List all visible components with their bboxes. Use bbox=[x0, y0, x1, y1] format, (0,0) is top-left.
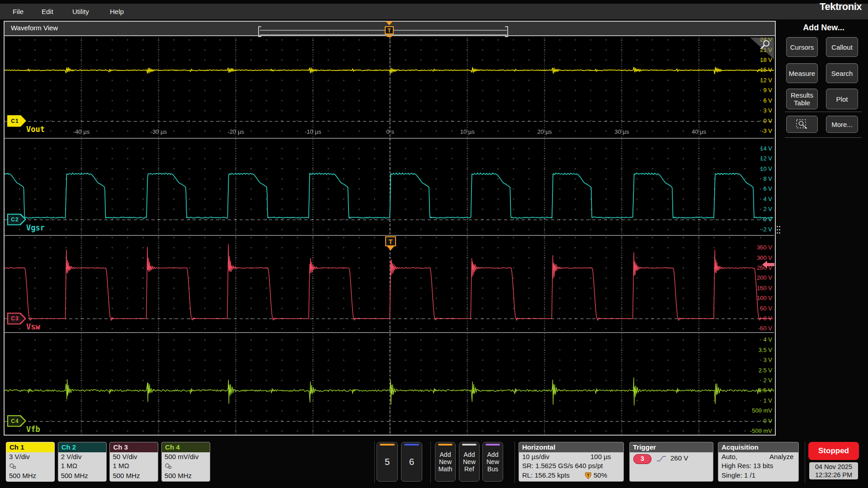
scale-label-ch2: 14 V bbox=[744, 145, 772, 152]
acquisition-title: Acquisition bbox=[718, 442, 798, 452]
more-button[interactable]: More... bbox=[826, 116, 858, 133]
add-button-color-stripe bbox=[462, 444, 476, 446]
acquisition-badge[interactable]: Acquisition Auto, Analyze High Res: 13 b… bbox=[718, 442, 799, 482]
scale-label-ch1: 9 V bbox=[744, 87, 772, 94]
bottombar-separator bbox=[805, 441, 805, 483]
datetime-display: 04 Nov 2025 12:32:26 PM bbox=[809, 462, 858, 479]
channel-card-4[interactable]: Ch 4500 mV/div500 MHz bbox=[161, 442, 210, 482]
channel-bandwidth: 500 MHz bbox=[113, 472, 140, 479]
time-axis-label: 0 s bbox=[386, 128, 394, 135]
channel-button-6[interactable]: 6 bbox=[401, 442, 422, 482]
bottombar-separator bbox=[514, 441, 515, 483]
channel-button-5[interactable]: 5 bbox=[377, 442, 398, 482]
channel-name-vout: Vout bbox=[26, 125, 45, 134]
addnew-button-measure[interactable]: Measure bbox=[786, 63, 818, 83]
scale-label-ch2: 2 V bbox=[744, 206, 772, 212]
time-axis-label: -30 µs bbox=[151, 128, 167, 135]
time-axis-label: 30 µs bbox=[614, 128, 629, 135]
time-axis-label: -20 µs bbox=[227, 128, 244, 135]
scale-label-ch3: 0 V bbox=[744, 315, 772, 322]
acquisition-resolution: High Res: 13 bits bbox=[722, 462, 773, 469]
scale-label-ch3: 300 V bbox=[744, 254, 772, 261]
scale-label-ch1: -3 V bbox=[744, 127, 772, 134]
trace-vout bbox=[5, 67, 774, 74]
addnew-button-plot[interactable]: Plot bbox=[826, 89, 858, 109]
menu-item-edit[interactable]: Edit bbox=[42, 4, 53, 19]
channel-name-vfb: Vfb bbox=[26, 425, 40, 434]
channel-color-stripe bbox=[380, 444, 395, 446]
scale-label-ch4: 1 V bbox=[744, 397, 772, 404]
addnew-button-results-table[interactable]: Results Table bbox=[786, 89, 818, 109]
zoom-select-icon bbox=[795, 118, 809, 130]
scale-label-ch2: 12 V bbox=[744, 155, 772, 162]
horizontal-badge[interactable]: Horizontal 10 µs/div 100 µs SR: 1.5625 G… bbox=[519, 442, 624, 482]
run-stop-status-button[interactable]: Stopped bbox=[808, 442, 859, 460]
add-button-color-stripe bbox=[438, 444, 453, 446]
acquisition-single: Single: 1 /1 bbox=[722, 471, 755, 479]
channel-name-vgsr: Vgsr bbox=[26, 223, 45, 232]
horizontal-position: 50% bbox=[594, 471, 607, 479]
scale-label-ch4: 4 V bbox=[744, 336, 772, 343]
scale-label-ch4: 3.5 V bbox=[744, 347, 772, 353]
channel-card-label: Ch 1 bbox=[6, 442, 54, 452]
scale-label-ch2: 10 V bbox=[744, 165, 772, 172]
menu-item-help[interactable]: Help bbox=[110, 4, 124, 19]
time-axis-label: -10 µs bbox=[305, 128, 321, 135]
scale-label-ch3: -50 V bbox=[744, 325, 772, 332]
channel-bandwidth: 500 MHz bbox=[61, 472, 88, 479]
channel-button-label: 6 bbox=[409, 457, 414, 467]
scale-label-ch1: 6 V bbox=[744, 97, 772, 104]
trigger-position-icon: T bbox=[585, 472, 591, 479]
time-text: 12:32:26 PM bbox=[809, 471, 858, 479]
trigger-badge[interactable]: Trigger 3 260 V bbox=[629, 442, 713, 482]
scale-label-ch2: -2 V bbox=[744, 226, 772, 233]
scale-label-ch3: 100 V bbox=[744, 295, 772, 301]
oscilloscope-screen: Tektronix Waveform View T -40 µs-30 µs-2… bbox=[0, 0, 868, 488]
channel-vdiv: 50 V/div bbox=[113, 453, 137, 460]
acquisition-analyze: Analyze bbox=[769, 453, 793, 460]
horizontal-title: Horizontal bbox=[519, 442, 623, 452]
horizontal-rate: 10 µs/div bbox=[522, 453, 549, 460]
zoom-select-button[interactable] bbox=[786, 116, 818, 133]
channel-card-label: Ch 3 bbox=[110, 442, 158, 452]
add-new-math-button[interactable]: Add New Math bbox=[435, 442, 456, 482]
probe-icon bbox=[165, 463, 172, 469]
scale-label-ch1: 0 V bbox=[744, 117, 772, 124]
scale-label-ch3: 150 V bbox=[744, 285, 772, 291]
channel-badge-text: C1 bbox=[7, 115, 23, 127]
probe-icon bbox=[9, 463, 17, 469]
channel-card-2[interactable]: Ch 22 V/div1 MΩ500 MHz bbox=[58, 442, 107, 482]
bottombar-separator bbox=[430, 441, 431, 483]
scale-label-ch2: 0 V bbox=[744, 216, 772, 223]
rising-edge-icon bbox=[656, 454, 667, 463]
menu-item-utility[interactable]: Utility bbox=[72, 4, 89, 19]
add-new-ref-button[interactable]: Add New Ref bbox=[459, 442, 480, 482]
addnew-button-callout[interactable]: Callout bbox=[826, 37, 858, 57]
date-text: 04 Nov 2025 bbox=[809, 463, 858, 471]
add-button-label: Add New Ref bbox=[463, 451, 476, 473]
scale-label-ch2: 6 V bbox=[744, 185, 772, 192]
add-new-header: Add New... bbox=[785, 23, 863, 33]
channel-name-vsw: Vsw bbox=[26, 322, 40, 331]
channel-probe-row bbox=[165, 462, 172, 469]
trigger-event-pin[interactable]: T bbox=[385, 236, 396, 246]
scale-label-ch3: 50 V bbox=[744, 305, 772, 312]
addnew-button-search[interactable]: Search bbox=[826, 63, 858, 83]
scale-label-ch2: 8 V bbox=[744, 175, 772, 182]
add-new-bus-button[interactable]: Add New Bus bbox=[482, 442, 503, 482]
channel-badge-text: C4 bbox=[7, 415, 23, 427]
scale-label-ch3: 350 V bbox=[744, 244, 772, 251]
time-axis-label: 10 µs bbox=[460, 128, 475, 135]
scale-label-ch3: 200 V bbox=[744, 274, 772, 281]
panel-resize-grip[interactable] bbox=[776, 225, 780, 234]
menu-item-file[interactable]: File bbox=[13, 4, 24, 19]
rightpanel-divider bbox=[785, 112, 862, 112]
addnew-button-cursors[interactable]: Cursors bbox=[786, 37, 818, 57]
channel-card-1[interactable]: Ch 13 V/div500 MHz bbox=[6, 442, 55, 482]
channel-badge-text: C3 bbox=[7, 313, 23, 324]
channel-card-3[interactable]: Ch 350 V/div1 MΩ500 MHz bbox=[109, 442, 158, 482]
channel-impedance: 1 MΩ bbox=[61, 462, 77, 469]
channel-card-label: Ch 4 bbox=[162, 442, 210, 452]
horizontal-record-length: RL: 156.25 kpts bbox=[522, 471, 570, 479]
channel-vdiv: 3 V/div bbox=[9, 453, 30, 460]
